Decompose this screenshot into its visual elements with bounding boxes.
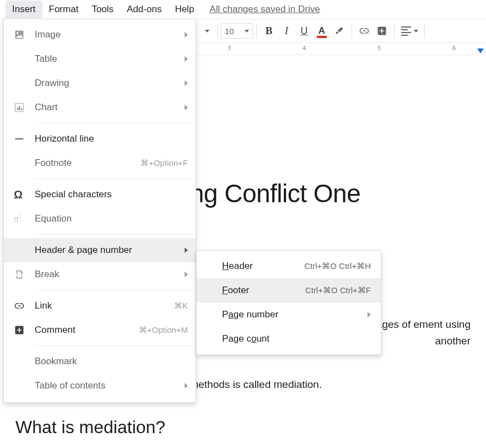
image-icon	[14, 29, 29, 40]
ruler-number: 5	[377, 45, 381, 51]
menubar: Insert Format Tools Add-ons Help All cha…	[0, 0, 486, 19]
separator	[352, 24, 352, 38]
header-page-number-submenu: Header Ctrl+⌘O Ctrl+⌘H Footer Ctrl+⌘O Ct…	[196, 250, 381, 355]
bold-button[interactable]: B	[260, 22, 278, 40]
submenu-caret-icon	[185, 383, 188, 388]
menu-item-footnote[interactable]: Footnote ⌘+Option+F	[4, 151, 196, 175]
highlighter-icon	[334, 26, 344, 36]
menu-item-header-page-number[interactable]: Header & page number	[4, 238, 196, 262]
separator	[394, 24, 395, 38]
submenu-shortcut: Ctrl+⌘O Ctrl+⌘F	[305, 285, 371, 295]
menu-item-label: Image	[29, 29, 185, 40]
svg-rect-4	[17, 107, 18, 110]
submenu-item-page-count[interactable]: Page count	[197, 327, 381, 351]
menu-item-comment[interactable]: Comment ⌘+Option+M	[4, 318, 196, 342]
svg-rect-5	[19, 106, 20, 110]
menu-item-chart[interactable]: Chart	[4, 95, 196, 120]
menu-item-label: Table of contents	[29, 380, 185, 391]
submenu-caret-icon	[185, 247, 188, 253]
menu-addons[interactable]: Add-ons	[120, 1, 168, 18]
ruler-right-indent-marker[interactable]	[477, 48, 484, 53]
submenu-item-label: Page number	[222, 309, 368, 320]
underline-icon: U	[301, 25, 308, 37]
font-size-field[interactable]: 10	[221, 23, 253, 39]
menu-item-break[interactable]: Break	[4, 262, 196, 287]
document-heading: What is mediation?	[15, 417, 471, 438]
horizontal-line-icon	[14, 133, 29, 144]
menu-format[interactable]: Format	[42, 1, 85, 18]
menu-item-link[interactable]: Link ⌘K	[4, 294, 196, 318]
align-dropdown[interactable]	[398, 22, 421, 40]
submenu-caret-icon	[185, 272, 188, 277]
submenu-item-page-number[interactable]: Page number	[197, 303, 381, 327]
page-break-icon	[14, 269, 29, 280]
menu-insert[interactable]: Insert	[6, 1, 42, 18]
separator	[424, 24, 425, 38]
italic-icon: I	[285, 25, 288, 37]
menu-item-drawing[interactable]: Drawing	[4, 71, 196, 95]
menu-item-equation[interactable]: π2 Equation	[4, 207, 196, 231]
menu-item-label: Chart	[29, 102, 185, 113]
ruler-number: 3	[228, 45, 231, 51]
submenu-caret-icon	[368, 312, 371, 317]
separator	[217, 24, 218, 38]
text-color-button[interactable]: A	[313, 22, 331, 40]
svg-rect-6	[21, 109, 23, 110]
menu-item-table-of-contents[interactable]: Table of contents	[4, 374, 196, 398]
comment-icon	[14, 325, 29, 336]
menu-divider	[36, 290, 196, 290]
menu-item-horizontal-line[interactable]: Horizontal line	[4, 127, 196, 151]
svg-rect-7	[15, 138, 24, 139]
submenu-caret-icon	[185, 56, 188, 62]
chart-icon	[14, 102, 29, 113]
menu-shortcut: ⌘+Option+F	[141, 158, 188, 168]
insert-link-button[interactable]	[355, 22, 373, 40]
submenu-item-header[interactable]: Header Ctrl+⌘O Ctrl+⌘H	[197, 254, 381, 278]
ruler-number: 6	[452, 45, 456, 51]
menu-item-special-characters[interactable]: Ω Special characters	[4, 182, 196, 207]
italic-button[interactable]: I	[278, 22, 295, 40]
submenu-item-footer[interactable]: Footer Ctrl+⌘O Ctrl+⌘F	[197, 278, 381, 303]
menu-shortcut: ⌘+Option+M	[139, 325, 188, 335]
menu-divider	[36, 234, 196, 235]
menu-item-bookmark[interactable]: Bookmark	[4, 349, 196, 374]
highlight-button[interactable]	[331, 22, 348, 40]
text-color-icon: A	[318, 25, 325, 36]
svg-point-2	[17, 32, 18, 34]
omega-icon: Ω	[14, 188, 29, 201]
menu-item-label: Header & page number	[29, 245, 185, 256]
pi-icon: π2	[14, 213, 29, 225]
menu-divider	[36, 123, 196, 123]
menu-item-label: Comment	[29, 325, 139, 336]
menu-item-label: Equation	[29, 213, 188, 224]
submenu-caret-icon	[185, 105, 188, 110]
menu-tools[interactable]: Tools	[85, 1, 120, 18]
ruler-number: 4	[303, 45, 306, 51]
menu-item-label: Horizontal line	[29, 133, 188, 144]
submenu-item-label: Page count	[222, 333, 371, 344]
menu-item-label: Break	[29, 269, 185, 280]
font-size-value: 10	[225, 26, 234, 36]
submenu-caret-icon	[185, 80, 188, 86]
submenu-shortcut: Ctrl+⌘O Ctrl+⌘H	[304, 261, 371, 271]
bold-icon: B	[266, 25, 273, 37]
link-icon	[14, 300, 29, 311]
link-icon	[359, 25, 370, 36]
comment-plus-icon	[376, 25, 387, 36]
chevron-down-icon	[245, 30, 249, 33]
align-left-icon	[401, 26, 411, 36]
save-status[interactable]: All changes saved in Drive	[209, 4, 320, 15]
add-comment-button[interactable]	[373, 22, 391, 40]
menu-item-image[interactable]: Image	[4, 23, 196, 47]
chevron-down-icon	[414, 30, 418, 33]
menu-help[interactable]: Help	[168, 1, 201, 18]
separator	[256, 24, 257, 38]
menu-item-label: Bookmark	[29, 356, 188, 367]
menu-item-table[interactable]: Table	[4, 47, 196, 71]
insert-menu: Image Table Drawing Chart Horizontal lin…	[3, 19, 196, 403]
underline-button[interactable]: U	[295, 22, 313, 40]
style-dropdown[interactable]	[201, 28, 214, 35]
menu-item-label: Table	[29, 53, 185, 64]
menu-shortcut: ⌘K	[174, 301, 188, 311]
menu-divider	[36, 346, 196, 346]
